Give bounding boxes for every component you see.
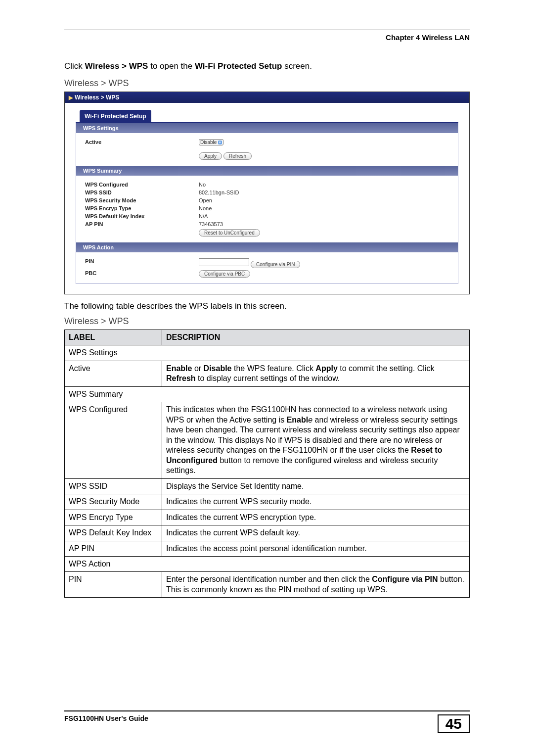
- wps-defkey-value: N/A: [199, 213, 449, 219]
- table-row: WPS Action: [65, 556, 470, 571]
- followup-text: The following table describes the WPS la…: [64, 301, 470, 311]
- table-row: Active Enable or Disable the WPS feature…: [65, 361, 470, 386]
- cell-desc: Enable or Disable the WPS feature. Click…: [162, 361, 470, 386]
- pin-input[interactable]: [199, 258, 249, 266]
- refresh-button[interactable]: Refresh: [223, 152, 252, 160]
- table-row: WPS Default Key Index Indicates the curr…: [65, 525, 470, 541]
- cell-desc: Enter the personal identification number…: [162, 572, 470, 598]
- table-header-description: DESCRIPTION: [162, 330, 470, 345]
- section-header-action: WPS Action: [76, 242, 458, 252]
- table-header-label: LABEL: [65, 330, 162, 345]
- figure-caption: Wireless > WPS: [64, 78, 470, 89]
- footer-guide-title: FSG1100HN User's Guide: [64, 714, 148, 722]
- section-header-settings: WPS Settings: [76, 123, 458, 133]
- table-row: WPS Summary: [65, 386, 470, 402]
- table-row: PIN Enter the personal identification nu…: [65, 572, 470, 598]
- section-header-summary: WPS Summary: [76, 166, 458, 176]
- text: Enter the personal identification number…: [166, 575, 372, 583]
- bold-text: Refresh: [166, 374, 196, 382]
- wps-configured-label: WPS Configured: [85, 182, 199, 188]
- wps-secmode-label: WPS Security Mode: [85, 197, 199, 203]
- reset-unconfigured-button[interactable]: Reset to UnConfigured: [199, 229, 260, 236]
- cell-label: WPS Security Mode: [65, 494, 162, 510]
- bold-text: Enable: [166, 364, 192, 373]
- wps-screenshot: ▶ Wireless > WPS Wi-Fi Protected Setup W…: [64, 92, 470, 294]
- text: to commit the setting. Click: [338, 364, 435, 373]
- cell-label: WPS Encryp Type: [65, 510, 162, 525]
- intro-screen-name: Wi-Fi Protected Setup: [195, 61, 282, 71]
- ap-pin-value: 73463573: [199, 221, 449, 227]
- cell-desc: Indicates the current WPS default key.: [162, 525, 470, 541]
- table-row: WPS Encryp Type Indicates the current WP…: [65, 510, 470, 525]
- text: the WPS feature. Click: [232, 364, 316, 373]
- text: or: [192, 364, 203, 373]
- intro-paragraph: Click Wireless > WPS to open the Wi-Fi P…: [64, 61, 470, 71]
- wps-ssid-label: WPS SSID: [85, 189, 199, 195]
- chapter-header: Chapter 4 Wireless LAN: [64, 33, 470, 42]
- cell-label: WPS Default Key Index: [65, 525, 162, 541]
- configure-via-pbc-button[interactable]: Configure via PBC: [199, 270, 250, 278]
- ap-pin-label: AP PIN: [85, 221, 199, 227]
- wps-tab[interactable]: Wi-Fi Protected Setup: [80, 110, 151, 123]
- cell-desc: This indicates when the FSG1100HN has co…: [162, 402, 470, 478]
- breadcrumb-text: Wireless > WPS: [75, 94, 119, 101]
- italic-text: e: [308, 416, 312, 424]
- cell-desc: Indicates the current WPS encryption typ…: [162, 510, 470, 525]
- cell-label: Active: [65, 361, 162, 386]
- intro-breadcrumb: Wireless > WPS: [85, 61, 148, 71]
- table-row: WPS Settings: [65, 345, 470, 361]
- cell-label: WPS SSID: [65, 478, 162, 494]
- bold-text: Configure via PIN: [372, 575, 438, 583]
- wps-ssid-value: 802.11bgn-SSID: [199, 189, 449, 195]
- active-label: Active: [85, 139, 199, 145]
- cell-desc: Displays the Service Set Identity name.: [162, 478, 470, 494]
- intro-text: Click: [64, 61, 85, 71]
- wps-encryp-value: None: [199, 205, 449, 211]
- bold-text: Enabl: [287, 416, 309, 424]
- page-number: 45: [438, 714, 470, 733]
- cell-desc: Indicates the access point personal iden…: [162, 541, 470, 556]
- bold-text: Disable: [204, 364, 232, 373]
- table-row: AP PIN Indicates the access point person…: [65, 541, 470, 556]
- table-row: WPS Security Mode Indicates the current …: [65, 494, 470, 510]
- wps-defkey-label: WPS Default Key Index: [85, 213, 199, 219]
- screenshot-titlebar: ▶ Wireless > WPS: [65, 92, 469, 103]
- text: to display current settings of the windo…: [196, 374, 340, 382]
- cell-label: AP PIN: [65, 541, 162, 556]
- intro-text: screen.: [282, 61, 312, 71]
- table-row: WPS Configured This indicates when the F…: [65, 402, 470, 478]
- cell-label: PIN: [65, 572, 162, 598]
- intro-text: to open the: [148, 61, 195, 71]
- pin-label: PIN: [85, 258, 199, 268]
- pbc-label: PBC: [85, 270, 199, 278]
- apply-button[interactable]: Apply: [199, 152, 222, 160]
- wps-description-table: LABEL DESCRIPTION WPS Settings Active En…: [64, 330, 470, 598]
- configure-via-pin-button[interactable]: Configure via PIN: [251, 261, 300, 268]
- wps-secmode-value: Open: [199, 197, 449, 203]
- wps-configured-value: No: [199, 182, 449, 188]
- table-caption: Wireless > WPS: [64, 316, 470, 327]
- breadcrumb-arrow-icon: ▶: [69, 94, 73, 101]
- wps-encryp-label: WPS Encryp Type: [85, 205, 199, 211]
- cell-desc: Indicates the current WPS security mode.: [162, 494, 470, 510]
- page-footer: FSG1100HN User's Guide 45: [64, 710, 470, 733]
- table-row: WPS SSID Displays the Service Set Identi…: [65, 478, 470, 494]
- chevron-down-icon: ▾: [218, 141, 222, 144]
- cell-label: WPS Configured: [65, 402, 162, 478]
- bold-text: Apply: [315, 364, 337, 373]
- active-select-value: Disable: [200, 140, 217, 145]
- active-select[interactable]: Disable ▾: [199, 139, 223, 145]
